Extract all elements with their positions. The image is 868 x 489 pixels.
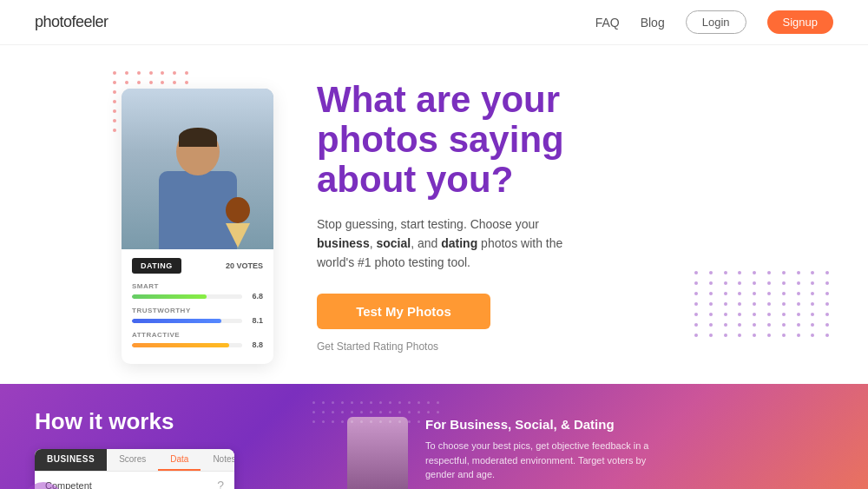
- demo-notes-tab[interactable]: Notes: [201, 449, 234, 471]
- hero-headline: What are your photos saying about you?: [317, 80, 833, 201]
- decorative-dots-topright: [694, 271, 833, 358]
- for-desc: To choose your best pics, get objective …: [425, 439, 668, 482]
- signup-button[interactable]: Signup: [767, 10, 833, 34]
- metric-attractive: ATTRACTIVE 8.8: [132, 331, 263, 349]
- nav-links: FAQ Blog Login Signup: [595, 10, 833, 34]
- demo-business-tab[interactable]: BUSINESS: [35, 449, 107, 471]
- nav-faq[interactable]: FAQ: [595, 16, 620, 30]
- demo-data-tab[interactable]: Data: [158, 449, 201, 471]
- demo-card-body: Competent ? 14 VOTES 4 VOTES: [35, 472, 234, 489]
- login-button[interactable]: Login: [686, 10, 746, 34]
- nav-blog[interactable]: Blog: [641, 16, 665, 30]
- logo: photofeeler: [35, 13, 108, 31]
- icecream-decoration: [226, 197, 252, 245]
- demo-card: BUSINESS Scores Data Notes Competent ? 1…: [35, 449, 234, 489]
- how-it-works-title: How it works: [35, 408, 234, 435]
- metric-trustworthy: TRUSTWORTHY 8.1: [132, 307, 263, 325]
- demo-card-tabs: BUSINESS Scores Data Notes: [35, 449, 234, 472]
- dating-tab: DATING: [132, 258, 181, 274]
- votes-count: 20 VOTES: [226, 261, 263, 270]
- demo-scores-tab[interactable]: Scores: [107, 449, 158, 471]
- how-it-works-left: How it works BUSINESS Scores Data Notes …: [35, 408, 234, 489]
- test-my-photos-button[interactable]: Test My Photos: [317, 294, 490, 329]
- navbar: photofeeler FAQ Blog Login Signup: [0, 0, 868, 45]
- photo-card: DATING 20 VOTES SMART 6.8 TRUSTWORTHY 8.…: [122, 89, 273, 364]
- hero-section: DATING 20 VOTES SMART 6.8 TRUSTWORTHY 8.…: [0, 45, 868, 384]
- bottom-decorative-dots: [312, 401, 439, 423]
- how-it-works-section: How it works BUSINESS Scores Data Notes …: [0, 384, 868, 489]
- hero-subtext: Stop guessing, start testing. Choose you…: [317, 215, 595, 273]
- cta-subtitle: Get Started Rating Photos: [317, 340, 438, 353]
- demo-help-icon[interactable]: ?: [217, 479, 224, 489]
- photo-card-image: [122, 89, 273, 249]
- metric-smart: SMART 6.8: [132, 282, 263, 301]
- for-title: For Business, Social, & Dating: [425, 417, 833, 432]
